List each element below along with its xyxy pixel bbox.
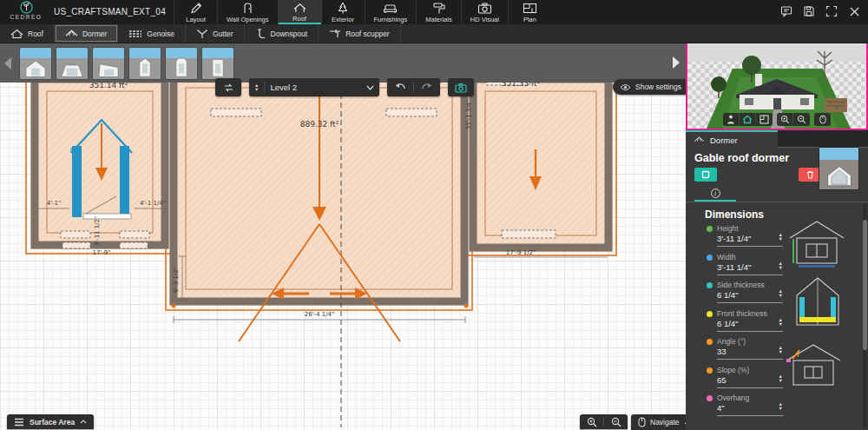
- switch-view-button[interactable]: [215, 78, 241, 96]
- area-label-center: 889.32 ft²: [300, 120, 339, 129]
- preview-toolbar: [687, 113, 866, 126]
- height-stepper[interactable]: ▲▼: [779, 233, 783, 241]
- render-snapshot-button[interactable]: [448, 78, 474, 96]
- angle-overhang-diagram: [785, 341, 842, 388]
- thumbnail-gable-wall-dormer[interactable]: [128, 47, 161, 80]
- ribbon-roof[interactable]: Roof: [0, 24, 55, 43]
- field-label: Front thickness: [717, 309, 767, 318]
- slope-stepper[interactable]: ▲▼: [779, 374, 783, 383]
- overhang-stepper[interactable]: ▲▼: [779, 402, 783, 411]
- thumbnail-hip-wall-dormer[interactable]: [165, 47, 198, 80]
- floor-plan-canvas[interactable]: 351.14 ft² 889.32 ft² 351.33 ft² 4'-1" 4…: [0, 43, 686, 430]
- comment-button[interactable]: [779, 4, 793, 18]
- field-label: Slope (%): [717, 366, 749, 374]
- width-stepper[interactable]: ▲▼: [779, 261, 783, 270]
- next-thumbnails-button[interactable]: [668, 47, 684, 78]
- ribbon-label: Downspout: [271, 30, 308, 38]
- project-name: US_CRAFTSMAN_EXT_04: [54, 7, 166, 17]
- preview-navigate-button[interactable]: [814, 113, 831, 126]
- save-button[interactable]: [802, 4, 816, 18]
- dim-center-eave: 6'-3 1/2": [173, 267, 180, 293]
- field-overhang: Overhang 4" ▲▼: [707, 394, 781, 420]
- field-label: Overhang: [717, 394, 749, 402]
- height-input[interactable]: 3'-11 1/4": [717, 234, 783, 247]
- thumbnail-gable-roof-dormer[interactable]: [19, 47, 52, 80]
- ribbon-dormer[interactable]: Dormer: [55, 24, 118, 43]
- front-thickness-input[interactable]: 6 1/4": [717, 319, 783, 332]
- dormer-type-strip: [0, 43, 686, 83]
- blueprint-icon: [523, 2, 537, 15]
- hip-dormer-preview: [59, 56, 85, 79]
- tab-label: Exterior: [332, 16, 354, 23]
- tab-dormer[interactable]: Dormer: [686, 130, 778, 148]
- tab-roof[interactable]: Roof: [278, 0, 321, 24]
- ribbon-downspout[interactable]: Downspout: [245, 24, 319, 43]
- thumbnail-flat-wall-dormer[interactable]: [201, 47, 234, 80]
- slope-color-dot: [707, 367, 713, 374]
- thumbnail-hip-roof-dormer[interactable]: [56, 47, 89, 80]
- side-thickness-input[interactable]: 6 1/4": [717, 290, 783, 303]
- dormer-thumbnails: [19, 47, 234, 80]
- preview-zoom-out-button[interactable]: [793, 113, 810, 126]
- field-label: Width: [717, 253, 736, 261]
- tab-materials[interactable]: Materials: [416, 0, 460, 24]
- tab-wall-openings[interactable]: Wall Openings: [217, 0, 278, 24]
- prev-thumbnails-button[interactable]: [0, 48, 16, 79]
- surface-area-label: Surface Area: [30, 418, 75, 427]
- slope-input[interactable]: 65: [717, 375, 783, 388]
- roof-icon: [293, 2, 307, 14]
- level-selector[interactable]: ▲▼ Level 2: [249, 78, 379, 96]
- tab-label: Materials: [425, 16, 451, 23]
- field-width: Width 3'-11 1/4" ▲▼: [707, 253, 781, 279]
- tab-label: HD Visual: [470, 16, 499, 23]
- trash-icon: [806, 170, 814, 179]
- view-3d-button[interactable]: [740, 113, 756, 126]
- surface-area-button[interactable]: Surface Area: [7, 414, 94, 429]
- tab-layout[interactable]: Layout: [174, 0, 217, 24]
- height-color-dot: [707, 226, 713, 232]
- preview-zoom-in-button[interactable]: [777, 113, 793, 126]
- level-stepper[interactable]: ▲▼: [254, 83, 259, 92]
- field-front-thickness: Front thickness 6 1/4" ▲▼: [707, 309, 781, 335]
- magnifier-plus-icon: [780, 115, 790, 124]
- zoom-out-button[interactable]: [604, 414, 628, 429]
- replace-dormer-button[interactable]: [694, 168, 717, 182]
- flat-wall-dormer-preview: [205, 55, 231, 79]
- ribbon-label: Roof: [28, 30, 43, 38]
- front-thickness-stepper[interactable]: ▲▼: [779, 318, 783, 327]
- thumbnail-flat-roof-dormer[interactable]: [92, 47, 125, 80]
- angle-input[interactable]: 33: [717, 347, 783, 360]
- chevron-right-icon: [672, 56, 681, 69]
- ribbon-gutter[interactable]: Gutter: [186, 24, 245, 43]
- panel-scrollbar[interactable]: [863, 204, 867, 428]
- roof-icon: [10, 29, 23, 39]
- front-thickness-color-dot: [707, 311, 713, 317]
- roof-section-right[interactable]: [469, 75, 613, 252]
- view-plan-button[interactable]: [756, 113, 773, 126]
- zoom-in-button[interactable]: [580, 414, 603, 429]
- ribbon-genoise[interactable]: Genoise: [118, 24, 186, 43]
- roof-plan-drawing: 351.14 ft² 889.32 ft² 351.33 ft² 4'-1" 4…: [0, 43, 686, 430]
- tab-plan[interactable]: Plan: [508, 0, 551, 24]
- cedreo-logo[interactable]: CEDREO: [5, 1, 47, 20]
- redo-button[interactable]: [414, 78, 440, 96]
- overhang-input[interactable]: 4": [717, 403, 783, 416]
- tab-exterior[interactable]: Exterior: [321, 0, 365, 24]
- fullscreen-button[interactable]: [825, 4, 838, 18]
- undo-icon: [394, 83, 406, 92]
- canvas-toolbar: ▲▼ Level 2: [215, 78, 482, 96]
- tab-furnishings[interactable]: Furnishings: [365, 0, 417, 24]
- redo-icon: [421, 83, 433, 92]
- angle-stepper[interactable]: ▲▼: [779, 346, 783, 354]
- close-button[interactable]: [847, 4, 861, 18]
- width-input[interactable]: 3'-11 1/4": [717, 262, 783, 275]
- level-name: Level 2: [270, 83, 361, 92]
- dormer-thumbnail-preview: [819, 147, 859, 190]
- tab-info[interactable]: i: [694, 187, 736, 202]
- undo-button[interactable]: [387, 78, 413, 96]
- side-thickness-stepper[interactable]: ▲▼: [779, 289, 783, 298]
- walkthrough-button[interactable]: [723, 113, 740, 126]
- tab-hd-visual[interactable]: HD Visual: [461, 0, 508, 24]
- panel-scrollbar-thumb[interactable]: [863, 220, 867, 350]
- ribbon-roof-scupper[interactable]: Roof scupper: [319, 24, 401, 43]
